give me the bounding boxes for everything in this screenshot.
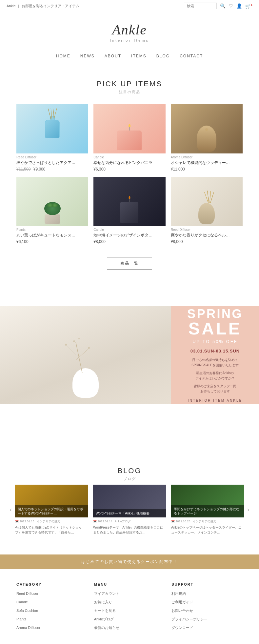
footer-link[interactable]: ご利用ガイド [171,600,193,604]
cart-icon[interactable]: 🛒1 [245,3,252,9]
list-item: プライバシーポリシー [171,616,243,622]
blog-img-bg: 手間をかけずにネットショップの鍵が形になるトップページ [171,485,244,517]
footer-menu-col: MENU マイアカウント お気に入り カートを見る Ankleブログ 最新のお知… [94,582,165,633]
product-item[interactable]: Candle 地中海イメージのデザインボタ… ¥8,000 [93,177,165,244]
footer-link[interactable]: Reed Diffuser [16,592,38,595]
footer-link[interactable]: Candle [16,600,28,604]
nav-blog[interactable]: BLOG [156,54,170,58]
search-icon[interactable]: 🔍 [220,3,226,9]
footer-link[interactable]: Aroma Diffuser [16,626,40,630]
pickup-subtitle: 注目の商品 [7,90,252,94]
list-item: ダウンロード [171,624,243,630]
blog-section: BLOG ブログ ‹ 個人でのネットショップの開設・運用をサポートするWordP… [0,444,259,554]
footer-link[interactable]: Sofa Cushion [16,609,38,613]
product-item[interactable]: Candle 幸せな気分になれるピンクバニラ ¥6,300 [93,104,165,171]
blog-title-text: WordPressテーマ「Ankle」機能概要 [96,511,163,515]
search-input[interactable] [184,3,217,9]
nav-news[interactable]: NEWS [80,54,95,58]
footer-columns: CATEGORY Reed Diffuser Candle Sofa Cushi… [16,582,243,633]
blog-excerpt: Ankleのトップページはヘッダースライダー、ニューステッカー、メインコンテ… [171,525,244,535]
view-all-button[interactable]: 商品一覧 [107,257,152,270]
user-icon[interactable]: 👤 [236,3,242,9]
top-bar-brand: Ankle | お部屋を彩るインテリア・アイテム [7,4,79,9]
banner-discount: UP TO 50% OFF [192,339,237,344]
blog-meta: 📅 2022.01.14 Ankleブログ [93,519,166,524]
blog-section-title: BLOG ブログ [7,453,252,485]
blog-next-arrow[interactable]: › [244,506,252,513]
blog-title-text: 個人でのネットショップの開設・運用をサポートするWordPressテー… [18,507,85,515]
blog-title-overlay: 手間をかけずにネットショップの鍵が形になるトップページ [171,505,244,517]
product-item[interactable]: Reed Diffuser 爽やかな香りがクセになるベル… ¥8,000 [171,177,243,244]
blog-title: BLOG [13,467,246,475]
blog-image: WordPressテーマ「Ankle」機能概要 [93,485,166,517]
product-price: ¥11,500 ¥9,000 [16,167,88,171]
banner-image [0,306,171,404]
blog-title-overlay: 個人でのネットショップの開設・運用をサポートするWordPressテー… [15,505,88,517]
blog-excerpt: WordPressテーマ「Ankle」の機能概要をここにまとめました。商品を登録… [93,525,166,535]
blog-item[interactable]: 個人でのネットショップの開設・運用をサポートするWordPressテー… 📅 2… [15,485,88,535]
footer-category-col: CATEGORY Reed Diffuser Candle Sofa Cushi… [16,582,88,633]
list-item: お問い合わせ [171,607,243,613]
svg-point-5 [73,340,75,342]
product-price: ¥8,000 [171,239,243,244]
blog-item[interactable]: WordPressテーマ「Ankle」機能概要 📅 2022.01.14 Ank… [93,485,166,535]
blog-meta: 📅 2022.01.15 インテリアの魅力 [15,519,88,524]
pickup-section-title: PICK UP ITEMS 注目の商品 [0,67,259,98]
list-item: 最新のお知らせ [94,624,165,630]
svg-point-6 [78,338,80,339]
footer-category-list: Reed Diffuser Candle Sofa Cushion Plants… [16,590,88,630]
footer-link[interactable]: Ankleブログ [94,617,114,621]
nav-about[interactable]: ABOUT [105,54,121,58]
footer-link[interactable]: Plants [16,617,27,621]
product-image [171,104,243,153]
product-item[interactable]: Reed Diffuser 爽やかでさっぱりとしたアクア… ¥11,500 ¥9… [16,104,88,171]
product-item[interactable]: Aroma Diffuser オシャレで機能的なウッディー… ¥11,000 [171,104,243,171]
svg-line-1 [66,345,76,355]
sale-price: ¥9,000 [33,167,46,171]
list-item: Sofa Cushion [16,607,88,613]
footer-link[interactable]: カートを見る [94,609,116,613]
list-item: Reed Diffuser [16,590,88,596]
blog-grid-wrap: ‹ 個人でのネットショップの開設・運用をサポートするWordPressテー… 📅… [7,485,252,535]
blog-meta: 📅 2021.10.28 インテリアの魅力 [171,519,244,524]
blog-item[interactable]: 手間をかけずにネットショップの鍵が形になるトップページ 📅 2021.10.28… [171,485,244,535]
banner-desc1: 日ごろの感謝の気持ちを込めて SPRINGSALEを開催いたします [191,357,239,368]
blog-excerpt: 今は個人でも簡単にECサイト（ネットショップ）を運営できる時代です。「自分た… [15,525,88,535]
logo[interactable]: Ankle [7,22,252,38]
footer: CATEGORY Reed Diffuser Candle Sofa Cushi… [0,569,259,639]
nav-contact[interactable]: CONTACT [180,54,203,58]
product-price: ¥6,100 [16,239,88,244]
brand-name: Ankle [7,4,16,8]
heart-icon[interactable]: ♡ [229,3,233,9]
blog-prev-arrow[interactable]: ‹ [7,506,15,513]
sale-price: ¥6,300 [93,167,106,171]
product-price: ¥8,000 [93,239,165,244]
blog-image: 手間をかけずにネットショップの鍵が形になるトップページ [171,485,244,517]
product-name: 地中海イメージのデザインボタ… [93,232,165,238]
coupon-text: はじめてのお買い物で使えるクーポン配布中！ [81,559,178,564]
footer-support-title: SUPPORT [171,582,243,586]
footer-link[interactable]: お問い合わせ [171,609,193,613]
banner-desc3: 皆様のご来店をスタッフ一同 お待ちしております [194,384,236,394]
blog-subtitle: ブログ [13,476,246,481]
nav-items[interactable]: ITEMS [131,54,147,58]
svg-line-0 [76,342,82,373]
sale-price: ¥6,100 [16,239,29,244]
footer-link[interactable]: 利用規約 [171,592,186,595]
product-name: 爽やかでさっぱりとしたアクア… [16,160,88,166]
footer-menu-list: マイアカウント お気に入り カートを見る Ankleブログ 最新のお知らせ [94,590,165,630]
product-item[interactable]: Plants 丸い葉っぱがキュートなモンス… ¥6,100 [16,177,88,244]
footer-support-col: SUPPORT 利用規約 ご利用ガイド お問い合わせ プライバシーポリシー ダウ… [171,582,243,633]
product-image [16,104,88,153]
view-all-wrap: 商品一覧 [0,251,259,286]
list-item: Ankleブログ [94,616,165,622]
nav-home[interactable]: HOME [56,54,70,58]
footer-link[interactable]: マイアカウント [94,592,119,595]
footer-link[interactable]: プライバシーポリシー [171,617,208,621]
footer-link[interactable]: お気に入り [94,600,112,604]
footer-link[interactable]: 最新のお知らせ [94,626,119,630]
product-category: Reed Diffuser [171,228,243,231]
footer-link[interactable]: ダウンロード [171,626,193,630]
product-name: オシャレで機能的なウッディー… [171,160,243,166]
sale-price: ¥11,000 [171,167,185,171]
